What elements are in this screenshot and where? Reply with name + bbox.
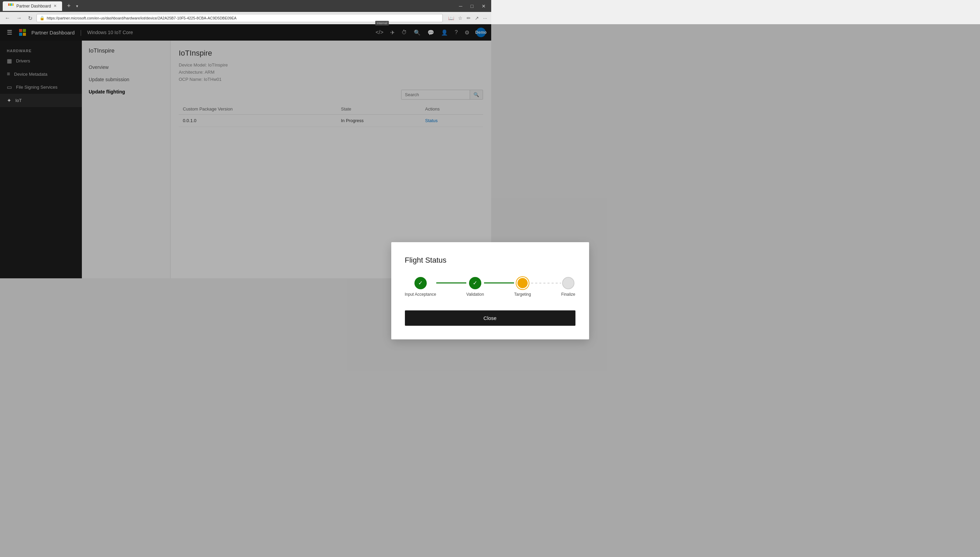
share-icon[interactable]: ↗ [474,14,480,22]
browser-controls: ← → ↻ 🔒 https://partner.microsoft.com/en… [0,12,491,24]
maximize-button[interactable]: □ [468,2,476,10]
minimize-button[interactable]: ─ [456,2,465,10]
flight-status-modal: Flight Status ✓ Input Acceptance ✓ Valid… [391,242,492,278]
browser-action-icons: 📖 ☆ ✏ ↗ ··· [447,14,488,22]
step-input-acceptance: ✓ Input Acceptance [405,277,436,278]
step-circle-validation: ✓ [469,277,481,278]
ms-logo-icon [8,3,14,9]
more-icon[interactable]: ··· [482,14,488,22]
close-window-button[interactable]: ✕ [479,2,488,10]
steps-container: ✓ Input Acceptance ✓ Validation Targetin… [405,277,492,278]
bookmark-icon[interactable]: ☆ [457,14,464,22]
reader-icon[interactable]: 📖 [447,14,455,22]
back-button[interactable]: ← [3,14,12,23]
annotate-icon[interactable]: ✏ [465,14,472,22]
tab-chevron-icon: ▾ [76,4,78,8]
refresh-button[interactable]: ↻ [26,14,34,23]
modal-overlay: Flight Status ✓ Input Acceptance ✓ Valid… [0,24,491,278]
step-circle-input-acceptance: ✓ [414,277,427,278]
tab-close-button[interactable]: ✕ [54,4,57,8]
browser-tab[interactable]: Partner Dashboard ✕ [3,2,62,11]
step-validation: ✓ Validation [466,277,484,278]
browser-chrome: Partner Dashboard ✕ + ▾ ─ □ ✕ [0,0,491,12]
tab-title: Partner Dashboard [16,4,51,8]
forward-button[interactable]: → [14,14,24,23]
new-tab-button[interactable]: + [65,2,73,10]
url-text: https://partner.microsoft.com/en-us/dash… [47,16,440,20]
modal-title: Flight Status [405,256,492,265]
